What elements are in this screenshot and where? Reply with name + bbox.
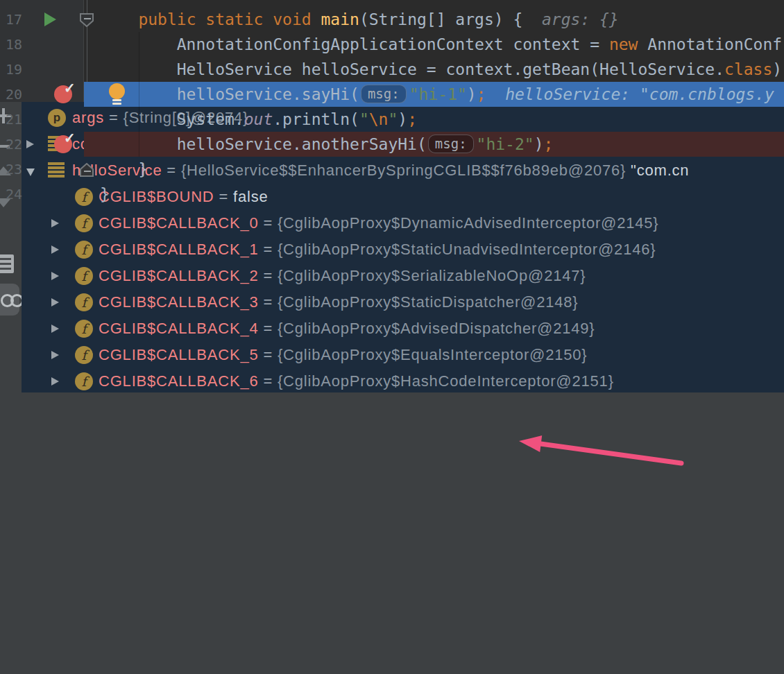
breakpoint-verified-check-icon: ✓ [64, 80, 76, 96]
code-token-plain: (String[] args) { [359, 10, 522, 28]
code-token-kw: public static void [138, 10, 321, 28]
fold-collapse-icon[interactable] [79, 13, 94, 27]
variable-row[interactable]: fCGLIB$CALLBACK_5 = {CglibAopProxy$Equal… [22, 342, 784, 368]
code-token-str: "hi-1" [409, 85, 467, 103]
equals-sign: = [258, 372, 277, 390]
code-token-plain: ) [467, 85, 477, 103]
chevron-collapsed-icon[interactable] [51, 272, 59, 280]
code-editor[interactable]: 17 public static void main(String[] args… [0, 0, 784, 209]
code-token-plain: .println( [273, 110, 359, 128]
chevron-collapsed-icon[interactable] [51, 245, 59, 254]
code-token-plain [100, 10, 138, 28]
variable-value: {CglibAopProxy$DynamicAdvisedInterceptor… [278, 214, 659, 232]
variable-name: CGLIB$CALLBACK_3 [99, 293, 258, 311]
breakpoint-verified-check-icon: ✓ [64, 130, 76, 146]
code-line[interactable]: helloService.sayHi(msg:"hi-1"); helloSer… [100, 82, 784, 107]
code-line[interactable]: public static void main(String[] args) {… [100, 7, 784, 32]
variable-text: CGLIB$CALLBACK_1 = {CglibAopProxy$Static… [99, 236, 656, 263]
variable-name: CGLIB$CALLBACK_5 [99, 346, 258, 363]
code-token-plain: } [100, 185, 110, 203]
variable-text: CGLIB$CALLBACK_5 = {CglibAopProxy$Equals… [99, 342, 588, 368]
code-line[interactable]: HelloService helloService = context.getB… [100, 57, 784, 82]
equals-sign: = [258, 320, 277, 337]
object-icon [48, 162, 65, 179]
chevron-collapsed-icon[interactable] [51, 298, 59, 306]
chevron-collapsed-icon[interactable] [51, 325, 59, 333]
equals-sign: = [258, 346, 277, 363]
field-icon: f [75, 293, 93, 311]
code-line[interactable]: System.out.println("\n"); [100, 107, 784, 132]
code-token-plain: ) [534, 135, 544, 153]
code-line[interactable]: AnnotationConfigApplicationContext conte… [100, 32, 784, 57]
code-token-plain: System. [100, 110, 244, 128]
chevron-collapsed-icon[interactable] [51, 351, 59, 359]
variable-row[interactable]: fCGLIB$CALLBACK_6 = {CglibAopProxy$HashC… [22, 368, 784, 392]
ide-debug-view: 17 public static void main(String[] args… [0, 0, 784, 674]
breakpoint-icon[interactable]: ✓ [54, 85, 72, 103]
variable-name: CGLIB$CALLBACK_6 [99, 372, 258, 390]
code-token-hint2: helloService: "com.cnblogs.y [486, 85, 774, 103]
line-number[interactable]: 17 [6, 7, 33, 32]
show-watches-icon[interactable] [0, 284, 19, 316]
run-method-icon[interactable] [44, 12, 56, 26]
code-token-plain: } [100, 160, 148, 178]
code-token-str: " [388, 110, 398, 128]
variable-row[interactable]: fCGLIB$CALLBACK_2 = {CglibAopProxy$Seria… [22, 263, 784, 289]
equals-sign: = [258, 267, 277, 284]
code-line[interactable]: } [100, 182, 784, 207]
code-token-str: "hi-2" [477, 135, 534, 153]
code-token-plain: ) [772, 60, 782, 78]
variable-name: CGLIB$CALLBACK_4 [99, 320, 258, 337]
field-icon: f [75, 214, 93, 232]
equals-sign: = [258, 214, 277, 232]
code-token-plain: AnnotationConfigApplicationContext conte… [100, 35, 609, 53]
fold-end-icon[interactable] [79, 163, 94, 177]
code-line[interactable]: } [100, 157, 784, 182]
variable-value: {CglibAopProxy$StaticDispatcher@2148} [278, 293, 579, 311]
breakpoint-icon[interactable]: ✓ [54, 135, 72, 153]
indent-guide [139, 32, 139, 157]
line-number[interactable]: 18 [6, 32, 33, 57]
code-token-str: " [359, 110, 369, 128]
variable-name: CGLIB$CALLBACK_2 [99, 267, 258, 284]
line-number[interactable]: 22 [6, 132, 33, 157]
chevron-collapsed-icon[interactable] [51, 377, 59, 386]
field-icon: f [75, 241, 93, 259]
field-icon: f [75, 372, 93, 390]
code-token-semi: ; [544, 135, 554, 153]
code-line[interactable]: helloService.anotherSayHi(msg:"hi-2"); [100, 132, 784, 157]
variable-name: CGLIB$CALLBACK_0 [99, 214, 258, 232]
field-icon: f [75, 188, 93, 206]
line-number[interactable]: 21 [6, 107, 33, 132]
annotation-arrow [506, 423, 708, 478]
variable-text: CGLIB$CALLBACK_4 = {CglibAopProxy$Advise… [99, 316, 595, 342]
variable-value: {CglibAopProxy$HashCodeInterceptor@2151} [278, 372, 614, 390]
variable-row[interactable]: fCGLIB$CALLBACK_3 = {CglibAopProxy$Stati… [22, 289, 784, 316]
field-icon: f [75, 346, 93, 364]
code-token-kw: class [724, 60, 772, 78]
intention-lightbulb-icon[interactable] [106, 83, 128, 105]
code-token-plain: HelloService helloService = context.getB… [100, 60, 724, 78]
line-number[interactable]: 23 [6, 157, 33, 182]
line-number[interactable]: 24 [6, 182, 33, 207]
code-token-kw: new [609, 35, 638, 53]
variable-row[interactable]: fCGLIB$CALLBACK_4 = {CglibAopProxy$Advis… [22, 316, 784, 342]
variable-row[interactable]: fCGLIB$CALLBACK_1 = {CglibAopProxy$Stati… [22, 236, 784, 263]
variable-text: CGLIB$CALLBACK_3 = {CglibAopProxy$Static… [99, 289, 578, 316]
code-token-esc: \n [369, 110, 389, 128]
chevron-collapsed-icon[interactable] [51, 219, 59, 227]
variable-value: {CglibAopProxy$AdvisedDispatcher@2149} [278, 320, 595, 337]
parameter-hint-pill: msg: [361, 85, 407, 103]
field-icon: f [75, 267, 93, 285]
variable-row[interactable]: fCGLIB$CALLBACK_0 = {CglibAopProxy$Dynam… [22, 210, 784, 236]
line-number[interactable]: 19 [6, 57, 33, 82]
code-token-hint: args: {} [522, 10, 618, 28]
variable-value: {CglibAopProxy$StaticUnadvisedIntercepto… [278, 241, 656, 258]
code-token-semi: ; [477, 85, 486, 103]
field-icon: f [75, 320, 93, 338]
variable-name: CGLIB$CALLBACK_1 [99, 241, 258, 258]
duplicate-watch-icon[interactable] [0, 254, 14, 273]
parameter-hint-pill: msg: [428, 135, 474, 153]
code-token-semi: ; [407, 110, 417, 128]
line-number[interactable]: 20 [6, 82, 33, 107]
